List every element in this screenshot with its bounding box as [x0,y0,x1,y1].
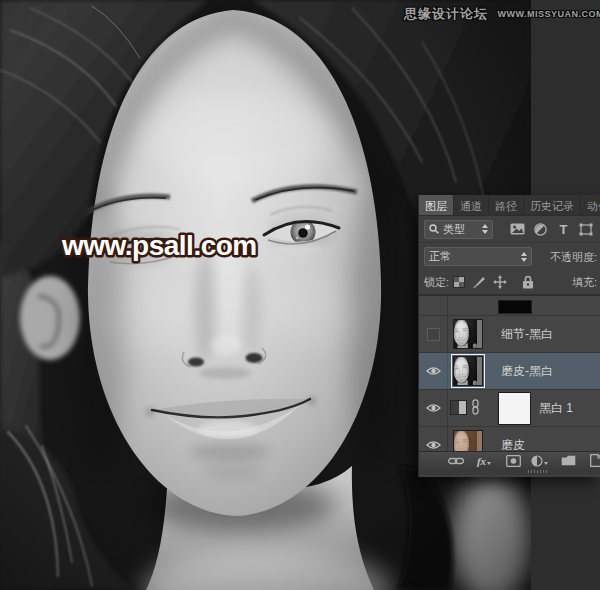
fx-label: fx [477,455,486,467]
tab-paths[interactable]: 路径 [489,195,524,215]
eye-icon [426,440,441,450]
filter-kind-select[interactable]: 类型 [424,220,493,239]
lock-transparency-icon[interactable] [453,276,465,288]
layer-row-selected[interactable]: 磨皮-黑白 [419,353,600,390]
tab-channels[interactable]: 通道 [454,195,489,215]
layer-thumbnail[interactable] [453,319,483,349]
new-adjustment-layer-button[interactable] [530,453,548,468]
blend-mode-spinner-icon [516,252,527,262]
visibility-empty-well [427,328,440,341]
visibility-toggle[interactable] [419,316,448,352]
lock-pixels-brush-icon[interactable] [472,275,486,289]
search-icon [429,224,439,234]
blend-mode-value: 正常 [429,249,451,264]
black-white-adjustment-icon[interactable] [450,400,467,415]
blend-mode-row: 正常 不透明度: [419,243,600,270]
filter-pixel-layers-icon[interactable] [509,220,526,238]
layer-name[interactable]: 磨皮-黑白 [501,363,553,380]
visibility-toggle[interactable] [419,427,448,451]
filter-adjustment-layers-icon[interactable] [532,220,549,238]
layer-name[interactable]: 细节-黑白 [501,326,553,343]
layer-mask-thumbnail[interactable] [498,392,531,425]
filter-shape-layers-icon[interactable] [578,220,595,238]
lock-all-icon[interactable] [522,275,534,289]
eye-icon [426,403,441,413]
tab-actions[interactable]: 动作 [581,195,600,215]
layers-panel: 图层 通道 路径 历史记录 动作 类型 T [418,195,600,477]
adjustment-dropdown-arrow-icon [544,462,548,465]
visibility-toggle[interactable] [419,390,448,426]
layer-thumbnail-color[interactable] [453,430,483,451]
filter-kind-spinner-icon [477,224,488,234]
layer-row-partial[interactable] [419,296,600,316]
layer-style-fx-button[interactable]: fx [475,453,493,468]
lock-row: 锁定: 填充: [419,270,600,295]
visibility-toggle[interactable] [419,296,448,315]
grip-dots-icon [528,470,549,473]
layer-list: 细节-黑白 磨皮-黑白 [419,295,600,451]
panel-bottom-bar: fx [419,451,600,468]
layer-thumbnail[interactable] [453,356,483,386]
black-mask-thumbnail[interactable] [498,300,532,314]
forum-banner-watermark: 思缘设计论坛 WWW.MISSYUAN.COM [404,4,600,23]
panel-tab-bar: 图层 通道 路径 历史记录 动作 [419,195,600,216]
eye-icon [426,366,441,376]
panel-resize-grip[interactable] [419,468,600,475]
mask-link-icon [472,399,479,417]
lock-label: 锁定: [424,275,449,290]
link-layers-icon[interactable] [447,453,465,468]
layer-name[interactable]: 磨皮 [501,437,525,452]
layer-row[interactable]: 黑白 1 [419,390,600,427]
forum-banner-url: WWW.MISSYUAN.COM [497,9,600,19]
tab-layers[interactable]: 图层 [419,195,454,215]
layer-name[interactable]: 黑白 1 [539,400,573,417]
blend-mode-select[interactable]: 正常 [424,247,532,266]
visibility-toggle[interactable] [419,353,448,389]
filter-kind-label: 类型 [443,222,465,237]
fx-dropdown-arrow-icon [487,462,491,465]
opacity-label: 不透明度: [550,249,597,264]
forum-banner-cn: 思缘设计论坛 [404,6,488,21]
new-group-folder-button[interactable] [559,453,577,468]
new-layer-button[interactable] [587,453,600,468]
fill-label: 填充: [572,275,597,290]
layer-row[interactable]: 细节-黑白 [419,316,600,353]
add-layer-mask-button[interactable] [504,453,522,468]
photoshop-workspace: www.psall.com 思缘设计论坛 WWW.MISSYUAN.COM 图层… [0,0,600,590]
layer-row-partial-bottom[interactable]: 磨皮 [419,427,600,451]
tab-history[interactable]: 历史记录 [524,195,581,215]
layer-filter-row: 类型 T [419,216,600,243]
filter-type-layers-icon[interactable]: T [555,220,572,238]
lock-position-move-icon[interactable] [493,275,507,289]
